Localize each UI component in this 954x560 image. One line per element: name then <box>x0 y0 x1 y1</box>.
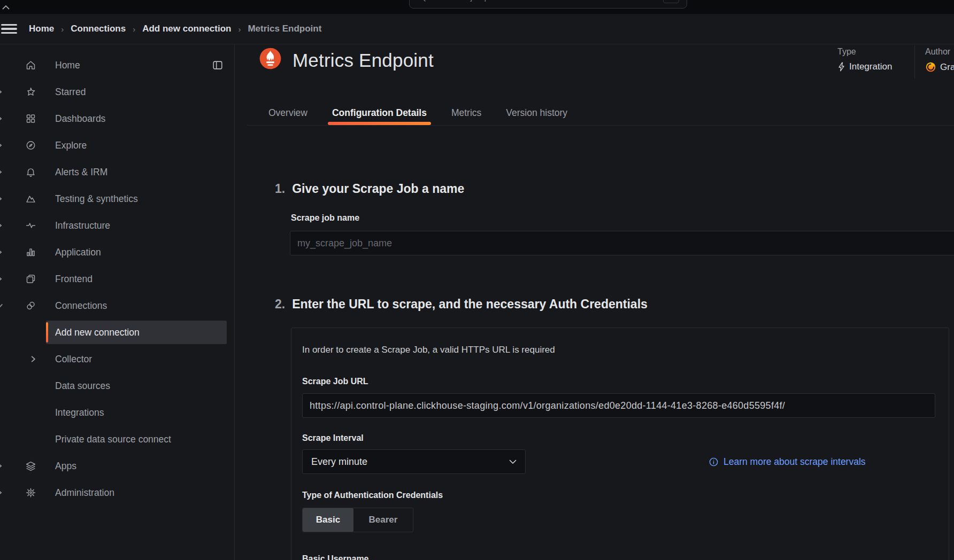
chevron-right-icon[interactable] <box>0 222 3 229</box>
star-icon <box>25 87 36 98</box>
sidebar-item-starred[interactable]: Starred <box>0 79 234 105</box>
chevron-right-icon[interactable] <box>0 115 3 122</box>
tab-version-history[interactable]: Version history <box>502 101 572 125</box>
pulse-icon <box>25 220 36 231</box>
chevron-right-icon[interactable] <box>0 196 3 203</box>
sidebar-item-connections[interactable]: Connections <box>0 292 234 319</box>
breadcrumb-connections[interactable]: Connections <box>71 24 126 34</box>
chevron-right-icon[interactable] <box>29 355 37 363</box>
scrape-job-name-label: Scrape job name <box>291 213 954 223</box>
dashboards-icon <box>25 113 36 125</box>
sidebar-item-testing-synthetics[interactable]: Testing & synthetics <box>0 185 234 212</box>
gear-icon <box>25 487 36 499</box>
sidebar-item-alerts-irm[interactable]: Alerts & IRM <box>0 159 234 185</box>
breadcrumb-separator: › <box>61 25 64 34</box>
author-label: Author <box>925 47 954 57</box>
global-search-input[interactable]: Search or jump to... <box>409 0 687 9</box>
breadcrumb-add-new-connection[interactable]: Add new connection <box>142 24 231 34</box>
menu-toggle-icon[interactable] <box>1 24 17 34</box>
lightning-bolt-icon <box>837 62 845 72</box>
section-1-heading: 1. Give your Scrape Job a name <box>275 181 954 196</box>
layers-icon <box>25 461 36 472</box>
scrape-interval-select[interactable]: Every minute <box>302 449 526 474</box>
sidebar-item-data-sources[interactable]: Data sources <box>0 372 234 399</box>
scrape-job-url-label: Scrape Job URL <box>302 377 935 386</box>
sidebar-item-home[interactable]: Home <box>0 52 234 79</box>
info-icon <box>709 457 719 467</box>
sidebar-item-add-new-connection[interactable]: Add new connection <box>0 319 234 346</box>
tab-metrics[interactable]: Metrics <box>447 101 486 125</box>
breadcrumb-bar: Home › Connections › Add new connection … <box>0 14 954 44</box>
chevron-right-icon[interactable] <box>0 142 3 149</box>
auth-type-radio-group: Basic Bearer <box>302 508 413 532</box>
learn-more-scrape-intervals-link[interactable]: Learn more about scrape intervals <box>709 456 866 468</box>
grafana-logo-icon <box>925 61 936 73</box>
main-content: Metrics Endpoint Type Integration Author <box>235 44 954 560</box>
sidebar-item-private-data-source-connect[interactable]: Private data source connect <box>0 426 234 453</box>
frontend-windows-icon <box>25 274 36 285</box>
sidebar-item-application[interactable]: Application <box>0 239 234 266</box>
auth-type-label: Type of Authentication Credentials <box>302 491 935 500</box>
search-icon <box>417 0 426 2</box>
mountain-k6-icon <box>25 193 36 205</box>
author-value: Grafana <box>940 62 954 73</box>
tab-overview[interactable]: Overview <box>264 101 312 125</box>
breadcrumb-home[interactable]: Home <box>29 24 54 34</box>
sidebar-item-apps[interactable]: Apps <box>0 453 234 479</box>
chevron-right-icon[interactable] <box>0 489 3 496</box>
integration-type-block: Type Integration <box>837 47 914 72</box>
chevron-down-icon <box>509 460 517 464</box>
type-label: Type <box>837 47 914 57</box>
sidebar-nav: Home Starred Dashboards <box>0 44 235 560</box>
chevron-right-icon[interactable] <box>0 249 3 256</box>
scrape-job-name-input[interactable] <box>290 231 954 255</box>
chevron-right-icon[interactable] <box>0 89 3 96</box>
scrape-job-url-input[interactable] <box>302 393 935 418</box>
tab-configuration-details[interactable]: Configuration Details <box>328 101 431 125</box>
breadcrumb-metrics-endpoint: Metrics Endpoint <box>248 24 321 34</box>
bar-chart-icon <box>25 247 36 258</box>
active-tab-underline <box>328 122 431 125</box>
scrape-interval-label: Scrape Interval <box>302 433 935 443</box>
compass-icon <box>25 140 36 151</box>
prometheus-icon <box>259 48 281 69</box>
sidebar-item-dashboards[interactable]: Dashboards <box>0 105 234 132</box>
chevron-right-icon[interactable] <box>0 463 3 470</box>
type-value: Integration <box>849 61 892 72</box>
sidebar-item-integrations[interactable]: Integrations <box>0 399 234 426</box>
home-icon <box>25 60 36 71</box>
breadcrumb-separator: › <box>238 25 241 34</box>
tab-bar: Overview Configuration Details Metrics V… <box>247 101 954 126</box>
page-title: Metrics Endpoint <box>293 50 434 71</box>
search-placeholder: Search or jump to... <box>431 0 506 2</box>
basic-username-label: Basic Username <box>302 554 935 560</box>
dock-sidebar-icon[interactable] <box>212 59 224 71</box>
configuration-form: 1. Give your Scrape Job a name Scrape jo… <box>235 126 954 560</box>
bell-icon <box>25 167 36 178</box>
author-block: Author Grafana <box>915 47 954 73</box>
auth-option-basic[interactable]: Basic <box>303 508 353 532</box>
https-required-notice: In order to create a Scrape Job, a valid… <box>302 345 935 355</box>
breadcrumb-separator: › <box>133 25 135 34</box>
sidebar-item-administration[interactable]: Administration <box>0 479 234 506</box>
chevron-right-icon[interactable] <box>0 169 3 176</box>
scrape-interval-value: Every minute <box>311 456 367 468</box>
selected-item-accent-bar <box>46 322 48 343</box>
section-2-heading: 2. Enter the URL to scrape, and the nece… <box>275 297 954 312</box>
auth-option-bearer[interactable]: Bearer <box>353 508 413 532</box>
top-strip: Search or jump to... <box>0 0 954 14</box>
chevron-down-icon[interactable] <box>0 302 3 309</box>
sidebar-item-infrastructure[interactable]: Infrastructure <box>0 212 234 239</box>
connections-rings-icon <box>25 300 36 312</box>
search-shortcut-chip <box>663 0 679 3</box>
url-auth-panel: In order to create a Scrape Job, a valid… <box>291 328 949 560</box>
breadcrumb: Home › Connections › Add new connection … <box>29 24 321 34</box>
collapse-caret-icon[interactable] <box>2 5 10 10</box>
chevron-right-icon[interactable] <box>0 276 3 283</box>
page-header: Metrics Endpoint Type Integration Author <box>235 44 954 83</box>
sidebar-item-collector[interactable]: Collector <box>0 346 234 372</box>
sidebar-item-explore[interactable]: Explore <box>0 132 234 159</box>
sidebar-item-frontend[interactable]: Frontend <box>0 266 234 292</box>
